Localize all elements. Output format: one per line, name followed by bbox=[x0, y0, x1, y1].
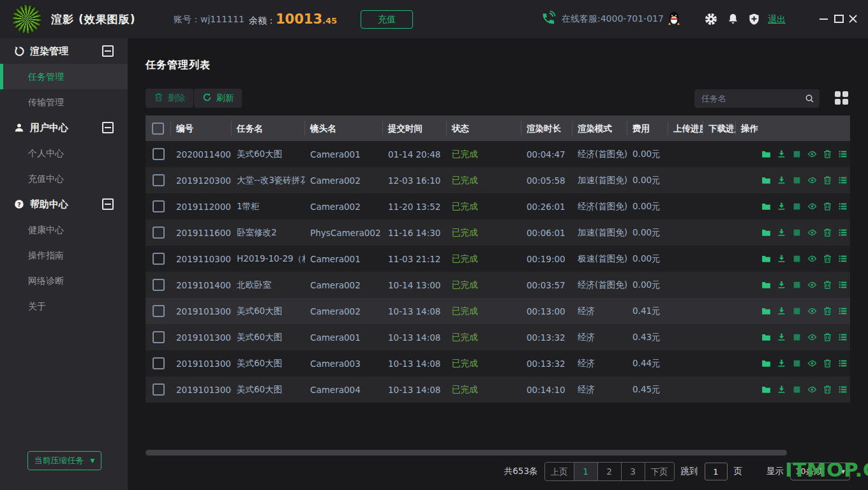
open-folder-icon[interactable] bbox=[761, 202, 771, 211]
detail-list-icon[interactable] bbox=[838, 306, 848, 316]
delete-trash-icon[interactable] bbox=[823, 149, 832, 159]
delete-button[interactable]: 删除 bbox=[146, 89, 193, 108]
collapse-minus-icon[interactable] bbox=[102, 198, 114, 210]
grid-view-icon[interactable] bbox=[835, 91, 848, 105]
table-row[interactable]: 20191203001 大堂--改3瓷砖拼花 Camera002 12-03 1… bbox=[146, 167, 850, 193]
download-icon[interactable] bbox=[777, 149, 786, 159]
current-compress-task-button[interactable]: 当前压缩任务 ▼ bbox=[27, 451, 101, 470]
search-input[interactable] bbox=[694, 89, 804, 108]
sidebar-item-about[interactable]: 关于 bbox=[0, 293, 128, 319]
detail-list-icon[interactable] bbox=[838, 385, 848, 394]
download-icon[interactable] bbox=[777, 385, 786, 394]
preview-eye-icon[interactable] bbox=[807, 306, 817, 316]
table-row[interactable]: 20200114001 美式60大图 Camera001 01-14 20:48… bbox=[146, 141, 850, 167]
download-icon[interactable] bbox=[777, 254, 786, 264]
preview-eye-icon[interactable] bbox=[807, 385, 817, 394]
preview-eye-icon[interactable] bbox=[807, 359, 817, 368]
download-icon[interactable] bbox=[777, 359, 786, 368]
preview-eye-icon[interactable] bbox=[807, 175, 817, 185]
sidebar-group-render-management[interactable]: 渲染管理 bbox=[0, 38, 128, 64]
page-button-3[interactable]: 3 bbox=[621, 463, 645, 480]
preview-eye-icon[interactable] bbox=[807, 228, 817, 237]
delete-trash-icon[interactable] bbox=[823, 332, 832, 342]
download-icon[interactable] bbox=[777, 280, 786, 290]
row-checkbox[interactable] bbox=[153, 305, 165, 317]
stop-icon[interactable] bbox=[792, 306, 802, 316]
table-row[interactable]: 20191013006 美式60大图 Camera004 10-13 14:08… bbox=[146, 376, 850, 403]
table-row[interactable]: 20191013008 美式60大图 Camera001 10-13 14:08… bbox=[146, 324, 850, 350]
row-checkbox[interactable] bbox=[153, 279, 165, 291]
detail-list-icon[interactable] bbox=[838, 359, 848, 368]
open-folder-icon[interactable] bbox=[761, 359, 771, 368]
table-row[interactable]: 20191013007 美式60大图 Camera003 10-13 14:08… bbox=[146, 350, 850, 376]
row-checkbox[interactable] bbox=[153, 200, 165, 212]
download-icon[interactable] bbox=[777, 175, 786, 185]
prev-page-button[interactable]: 上页 bbox=[545, 463, 574, 480]
open-folder-icon[interactable] bbox=[761, 385, 771, 394]
stop-icon[interactable] bbox=[792, 385, 802, 394]
detail-list-icon[interactable] bbox=[838, 280, 848, 290]
jump-page-input[interactable] bbox=[705, 463, 728, 480]
row-checkbox[interactable] bbox=[153, 226, 165, 239]
sidebar-item-network-diagnosis[interactable]: 网络诊断 bbox=[0, 268, 128, 293]
sidebar-item-task-management[interactable]: 任务管理 bbox=[0, 64, 128, 89]
download-icon[interactable] bbox=[777, 306, 786, 316]
sidebar-item-personal-center[interactable]: 个人中心 bbox=[0, 140, 128, 166]
table-row[interactable]: 20191014001 北欧卧室 Camera002 10-14 13:00 已… bbox=[146, 272, 850, 298]
row-checkbox[interactable] bbox=[153, 174, 165, 186]
preview-eye-icon[interactable] bbox=[807, 280, 817, 290]
stop-icon[interactable] bbox=[792, 332, 802, 342]
maximize-icon[interactable] bbox=[834, 15, 844, 23]
delete-trash-icon[interactable] bbox=[823, 202, 832, 211]
select-all-checkbox[interactable] bbox=[152, 122, 164, 135]
detail-list-icon[interactable] bbox=[838, 254, 848, 264]
open-folder-icon[interactable] bbox=[761, 254, 771, 264]
delete-trash-icon[interactable] bbox=[823, 306, 832, 316]
stop-icon[interactable] bbox=[792, 149, 802, 159]
open-folder-icon[interactable] bbox=[761, 228, 771, 237]
qq-icon[interactable] bbox=[668, 11, 680, 24]
open-folder-icon[interactable] bbox=[761, 332, 771, 342]
sidebar-group-user-center[interactable]: 用户中心 bbox=[0, 115, 128, 140]
delete-trash-icon[interactable] bbox=[823, 254, 832, 264]
minimize-icon[interactable] bbox=[819, 19, 828, 20]
shield-plus-icon[interactable] bbox=[748, 13, 761, 26]
detail-list-icon[interactable] bbox=[838, 332, 848, 342]
delete-trash-icon[interactable] bbox=[823, 175, 832, 185]
horizontal-scrollbar[interactable] bbox=[146, 450, 787, 456]
recharge-button[interactable]: 充值 bbox=[361, 10, 413, 29]
table-row[interactable]: 20191103001 H2019-10-29（林 Camera001 11-0… bbox=[146, 246, 850, 272]
detail-list-icon[interactable] bbox=[838, 175, 848, 185]
row-checkbox[interactable] bbox=[153, 357, 165, 369]
close-icon[interactable] bbox=[848, 14, 858, 24]
stop-icon[interactable] bbox=[792, 228, 802, 237]
detail-list-icon[interactable] bbox=[838, 202, 848, 211]
table-row[interactable]: 20191120001 1带柜 Camera002 11-20 13:52 已完… bbox=[146, 193, 850, 219]
table-row[interactable]: 20191013009 美式60大图 Camera002 10-13 14:08… bbox=[146, 298, 850, 324]
open-folder-icon[interactable] bbox=[761, 306, 771, 316]
row-checkbox[interactable] bbox=[153, 148, 165, 160]
search-icon[interactable] bbox=[805, 94, 814, 106]
table-row[interactable]: 20191116001 卧室修改2 PhysCamera002 11-16 14… bbox=[146, 219, 850, 246]
next-page-button[interactable]: 下页 bbox=[645, 463, 674, 480]
bell-icon[interactable] bbox=[727, 13, 740, 26]
open-folder-icon[interactable] bbox=[761, 280, 771, 290]
sidebar-item-recharge-center[interactable]: 充值中心 bbox=[0, 166, 128, 191]
collapse-minus-icon[interactable] bbox=[102, 45, 114, 57]
detail-list-icon[interactable] bbox=[838, 228, 848, 237]
open-folder-icon[interactable] bbox=[761, 175, 771, 185]
collapse-minus-icon[interactable] bbox=[102, 122, 114, 133]
row-checkbox[interactable] bbox=[153, 331, 165, 343]
sidebar-group-help-center[interactable]: ? 帮助中心 bbox=[0, 191, 128, 217]
preview-eye-icon[interactable] bbox=[807, 332, 817, 342]
page-button-2[interactable]: 2 bbox=[597, 463, 621, 480]
open-folder-icon[interactable] bbox=[761, 149, 771, 159]
stop-icon[interactable] bbox=[792, 175, 802, 185]
refresh-button[interactable]: 刷新 bbox=[194, 89, 242, 108]
sidebar-item-transfer-management[interactable]: 传输管理 bbox=[0, 89, 128, 115]
delete-trash-icon[interactable] bbox=[823, 359, 832, 368]
download-icon[interactable] bbox=[777, 332, 786, 342]
row-checkbox[interactable] bbox=[153, 253, 165, 265]
stop-icon[interactable] bbox=[792, 202, 802, 211]
stop-icon[interactable] bbox=[792, 280, 802, 290]
